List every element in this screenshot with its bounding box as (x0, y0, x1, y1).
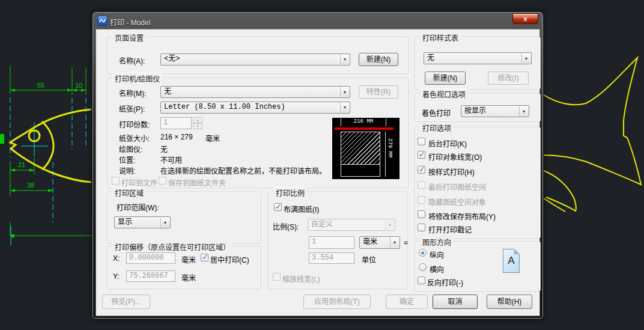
x-unit-label: 毫米 (181, 254, 196, 264)
landscape-label: 横向 (430, 264, 444, 274)
dialog-client-area: 页面设置 打印机/绘图仪 打印区域 打印偏移（原点设置在可打印区域） 打印比例 … (96, 29, 540, 316)
scale-combo: 自定义▼ (308, 219, 395, 231)
plot-stamp-label: 打开打印戳记 (428, 224, 472, 234)
scale-denominator-input: 3.554 (309, 252, 354, 264)
group-title: 打印区域 (112, 188, 146, 198)
hide-paperspace-checkbox (418, 196, 425, 204)
save-to-folder-label: 保存到图纸文件夹 (168, 177, 226, 188)
group-title: 图形方向 (420, 237, 454, 247)
y-offset-input: 75.268667 (126, 270, 175, 282)
plot-stamp-checkbox[interactable] (418, 224, 425, 231)
preview-width-label: 216 MM (341, 118, 386, 126)
style-table-combo[interactable]: 无▼ (424, 52, 532, 64)
dimension-lines (10, 66, 93, 236)
properties-button: 特性(R) (359, 85, 398, 99)
background-plot-checkbox[interactable] (418, 138, 425, 145)
plotter-value: 无 (160, 144, 168, 154)
portrait-label: 纵向 (430, 249, 444, 260)
plot-to-file-label: 打印到文件 (121, 177, 157, 188)
page-setup-name-combo[interactable]: <无>▼ (160, 53, 350, 66)
ok-button: 确定 (386, 295, 428, 309)
fish-tail-outline (544, 58, 641, 212)
paper-size-label: 纸张大小: (119, 133, 150, 143)
title-bar[interactable]: 打印 - Model x (93, 13, 542, 29)
where-value: 不可用 (160, 154, 182, 165)
window-title: 打印 - Model (110, 17, 150, 27)
copies-label: 打印份数: (119, 119, 150, 129)
spin-down-icon: ▼ (193, 123, 202, 129)
paperspace-last-checkbox (418, 181, 425, 189)
group-title: 打印机/绘图仪 (112, 73, 162, 84)
plot-range-label: 打印范围(W): (117, 202, 159, 212)
description-label: 说明: (119, 165, 135, 176)
paperspace-last-label: 最后打印图纸空间 (428, 182, 486, 192)
dim-label-10: 10 (75, 82, 82, 89)
save-changes-layout-label: 将修改保存到布局(Y) (428, 211, 496, 221)
chevron-down-icon[interactable]: ▼ (390, 237, 399, 248)
copies-input: 1 (160, 117, 192, 129)
save-changes-layout-checkbox[interactable] (418, 210, 425, 218)
hide-paperspace-label: 隐藏图纸空间对象 (428, 197, 486, 207)
name-a-label: 名称(A): (119, 55, 145, 66)
preview-paper (341, 132, 380, 177)
scale-lineweights-checkbox (273, 273, 281, 281)
scale-lineweights-label: 缩放线宽(L) (282, 273, 320, 284)
plot-range-combo[interactable]: 显示▼ (114, 216, 171, 228)
chevron-down-icon: ▼ (385, 220, 394, 230)
chevron-down-icon[interactable]: ▼ (521, 53, 530, 63)
help-button[interactable]: 帮助(H) (487, 295, 532, 309)
paper-label: 纸张(P): (119, 103, 145, 114)
x-offset-input: 0.000000 (126, 252, 175, 264)
plot-upside-down-checkbox[interactable] (418, 277, 425, 284)
group-title: 打印比例 (273, 188, 307, 198)
preview-hatch-area (341, 132, 380, 165)
style-edit-button: 修改(I) (488, 72, 529, 85)
portrait-radio[interactable] (419, 249, 427, 257)
orientation-paper-icon: A (503, 249, 520, 273)
where-label: 位置: (119, 154, 135, 165)
group-title: 打印选项 (420, 123, 454, 133)
preview-dim-line (385, 132, 386, 177)
group-title: 页面设置 (112, 32, 146, 43)
unit-suffix-label: 单位 (362, 254, 376, 264)
cancel-button[interactable]: 取消 (433, 295, 478, 309)
description-value: 在选择新的绘图仪配置名称之前，不能打印该布局。 (160, 165, 326, 176)
plot-lineweights-checkbox[interactable] (418, 151, 425, 159)
chevron-down-icon[interactable]: ▼ (340, 55, 349, 64)
paper-size-combo[interactable]: Letter (8.50 x 11.00 Inches)▼ (160, 102, 350, 114)
plot-with-styles-checkbox[interactable] (418, 166, 425, 174)
copies-stepper: ▲ ▼ (193, 117, 202, 129)
shade-plot-label: 着色打印 (422, 108, 451, 118)
style-new-button[interactable]: 新建(N) (425, 72, 466, 85)
fit-to-paper-checkbox[interactable] (274, 203, 282, 211)
landscape-radio[interactable] (419, 263, 427, 271)
scale-label: 比例(S): (273, 221, 299, 231)
chevron-down-icon[interactable]: ▼ (340, 87, 349, 97)
plot-dialog-window: 打印 - Model x 页面设置 打印机/绘图仪 打印区域 打印偏移（原点设置… (93, 12, 543, 319)
chevron-down-icon[interactable]: ▼ (160, 218, 169, 227)
printer-name-combo[interactable]: 无▼ (160, 86, 350, 98)
center-plot-checkbox[interactable] (201, 254, 208, 261)
shade-plot-combo[interactable]: 按显示▼ (461, 105, 529, 117)
group-title: 着色视口选项 (420, 89, 468, 99)
scale-unit-combo[interactable]: 毫米▼ (359, 236, 400, 249)
app-icon (97, 16, 108, 26)
chevron-down-icon[interactable]: ▼ (340, 103, 349, 112)
close-button[interactable]: x (512, 13, 538, 24)
center-plot-label: 居中打印(C) (210, 254, 249, 264)
paper-size-unit: 毫米 (205, 133, 220, 143)
plot-to-file-checkbox (112, 177, 120, 185)
plot-lineweights-label: 打印对象线宽(O) (428, 151, 482, 162)
chevron-down-icon[interactable]: ▼ (519, 106, 528, 116)
y-label: Y: (113, 272, 120, 281)
x-label: X: (113, 254, 120, 263)
plotter-label: 绘图仪: (119, 144, 142, 154)
preview-printable-bar (335, 127, 393, 130)
plot-with-styles-label: 按样式打印(H) (428, 167, 475, 177)
page-setup-new-button[interactable]: 新建(N) (359, 53, 398, 66)
dimension-arrows (0, 89, 86, 238)
paper-size-value: 216 × 279 (160, 133, 193, 141)
group-title: 打印偏移（原点设置在可打印区域） (112, 242, 232, 252)
scale-numerator-input: 1 (309, 236, 354, 249)
name-m-label: 名称(M): (119, 88, 146, 98)
